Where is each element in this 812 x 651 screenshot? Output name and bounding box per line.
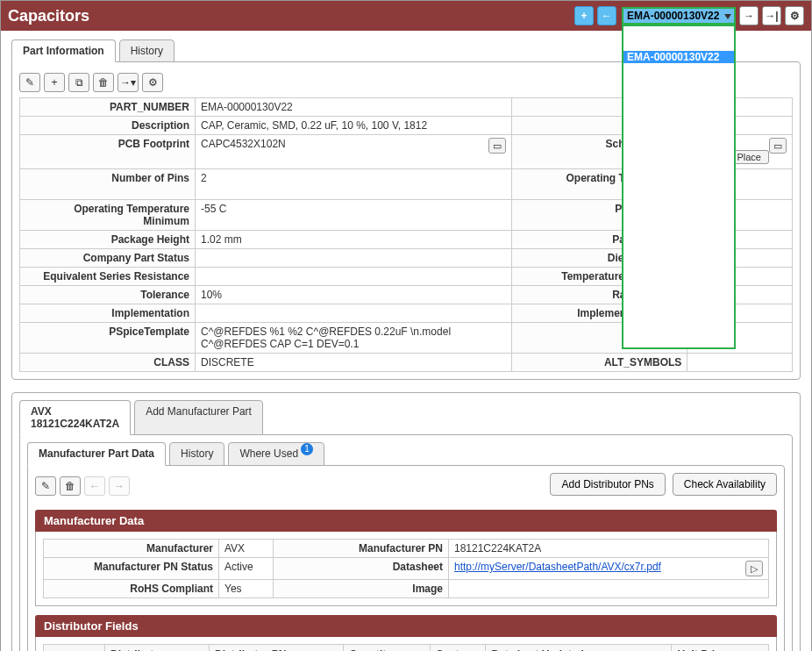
part-selector-option[interactable]: EMA-00000399V22 (623, 346, 734, 349)
part-selector-option[interactable]: EMA-00000137V22 (623, 75, 734, 88)
field-label: PART_NUMBER (20, 98, 196, 117)
part-selector-option[interactable]: EMA-00000377V22 (623, 149, 734, 161)
field-value: CAP, Ceramic, SMD, 0.22 uF, 10 %, 100 V,… (196, 117, 512, 135)
part-selector-option[interactable]: EMA-00000385V22 (623, 223, 734, 235)
export-button[interactable]: →▾ (118, 73, 139, 92)
field-value: Active (219, 558, 274, 580)
open-icon[interactable]: ▷ (745, 561, 763, 576)
part-selector-option[interactable]: EMA-00000375V22 (623, 125, 734, 137)
part-selector-value: EMA-00000130V22 (627, 10, 719, 22)
delete-button[interactable]: 🗑 (93, 73, 114, 92)
part-selector-dropdown[interactable]: EMA-00000124V22EMA-00000128V22EMA-000001… (622, 25, 736, 349)
field-label: ALT_SYMBOLS (512, 354, 687, 372)
part-selector-option[interactable]: EMA-00000135V22 (623, 63, 734, 75)
part-selector-option[interactable]: EMA-00000374V22 (623, 112, 734, 125)
field-value: AVX (219, 540, 274, 558)
field-value: 2 (196, 169, 512, 200)
mfr-edit-button[interactable]: ✎ (35, 476, 56, 496)
field-value: Yes (219, 580, 274, 598)
field-label: Description (20, 117, 196, 135)
field-label: Number of Pins (20, 169, 196, 200)
nav-add-button[interactable]: + (574, 6, 594, 25)
part-selector[interactable]: EMA-00000130V22 (622, 7, 736, 25)
part-selector-option[interactable]: EMA-00000386V22 (623, 235, 734, 247)
nav-settings-button[interactable]: ⚙ (785, 6, 804, 25)
mfr-prev-button: ← (84, 476, 105, 496)
tab-mfr-part-data[interactable]: Manufacturer Part Data (27, 442, 166, 466)
field-value: CAPC4532X102N▭ (196, 135, 512, 169)
part-selector-option[interactable]: EMA-00000384V22 (623, 211, 734, 223)
datasheet-link[interactable]: http://myServer/DatasheetPath/AVX/cx7r.p… (454, 561, 661, 573)
field-value: 18121C224KAT2A (449, 540, 769, 558)
dist-column-header: Distributor (105, 645, 210, 652)
field-label: Equivalent Series Resistance (20, 268, 196, 286)
field-value: -55 C (196, 200, 512, 231)
distributor-fields-header: Distributor Fields (35, 615, 777, 637)
part-selector-option[interactable]: EMA-00000378V22 (623, 161, 734, 174)
mfr-next-button: → (109, 476, 130, 496)
add-distributor-pns-button[interactable]: Add Distributor PNs (550, 473, 665, 496)
edit-button[interactable]: ✎ (19, 73, 40, 92)
browse-icon[interactable]: ▭ (769, 138, 787, 154)
add-button[interactable]: + (44, 73, 65, 92)
field-label: Company Part Status (20, 249, 196, 268)
tab-where-used[interactable]: Where Used1 (228, 442, 324, 466)
tab-history[interactable]: History (119, 39, 175, 62)
browse-icon[interactable]: ▭ (488, 138, 506, 154)
manufacturer-data-table: ManufacturerAVXManufacturer PN18121C224K… (43, 539, 769, 598)
part-selector-option[interactable]: EMA-00000376V22 (623, 137, 734, 149)
part-selector-option[interactable]: EMA-00000382V22 (623, 186, 734, 198)
field-value: EMA-00000130V22 (196, 98, 512, 117)
part-selector-option[interactable]: EMA-00000398V22 (623, 333, 734, 346)
part-selector-option[interactable]: EMA-00000381V22 (623, 174, 734, 186)
part-selector-option[interactable]: EMA-00000128V22 (623, 39, 734, 51)
field-value: 10% (196, 286, 512, 304)
tab-mfr-history[interactable]: History (169, 442, 224, 466)
field-value: http://myServer/DatasheetPath/AVX/cx7r.p… (449, 558, 769, 580)
nav-prev-blue-button[interactable]: ← (597, 6, 616, 25)
part-selector-option[interactable]: EMA-00000389V22 (623, 272, 734, 284)
field-value: DISCRETE (196, 354, 512, 372)
mfr-tab-line1: AVX (31, 405, 119, 418)
field-value (196, 268, 512, 286)
field-value (449, 580, 769, 598)
field-label: PSpiceTemplate (20, 323, 196, 354)
part-selector-option[interactable]: EMA-00000388V22 (623, 260, 734, 272)
dist-column-header: Distributor PN (210, 645, 344, 652)
nav-last-button[interactable]: →| (762, 6, 781, 25)
field-label: RoHS Compliant (44, 580, 219, 598)
part-selector-option[interactable]: EMA-00000383V22 (623, 198, 734, 211)
mfr-tab-line2: 18121C224KAT2A (31, 418, 119, 430)
field-value (687, 354, 793, 372)
field-label: Implementation (20, 304, 196, 323)
part-selector-option[interactable]: EMA-00000392V22 (623, 297, 734, 309)
mfr-delete-button[interactable]: 🗑 (60, 476, 81, 496)
field-label: Package Height (20, 231, 196, 249)
nav-next-button[interactable]: → (739, 6, 759, 25)
field-label: CLASS (20, 354, 196, 372)
dist-column-header: Unit Price (672, 645, 769, 652)
tab-where-used-label: Where Used (239, 447, 298, 460)
check-availability-button[interactable]: Check Availability (673, 473, 777, 496)
field-label: Tolerance (20, 286, 196, 304)
part-selector-option[interactable]: EMA-00000372V22 (623, 100, 734, 112)
dist-column-header: Data Last Updated (486, 645, 672, 652)
field-label: Manufacturer (44, 540, 219, 558)
tab-part-information[interactable]: Part Information (11, 39, 116, 62)
tab-mfr-avx[interactable]: AVX 18121C224KAT2A (19, 400, 131, 435)
where-used-badge: 1 (301, 443, 313, 455)
dist-column-header (44, 645, 105, 652)
part-selector-option[interactable]: EMA-00000150V22 (623, 88, 734, 100)
part-selector-option[interactable]: EMA-00000396V22 (623, 321, 734, 333)
part-selector-option[interactable]: EMA-00000124V22 (623, 26, 734, 39)
settings-button[interactable]: ⚙ (142, 73, 163, 92)
field-label: Manufacturer PN (274, 540, 449, 558)
part-selector-option[interactable]: EMA-00000394V22 (623, 309, 734, 321)
field-value: 1.02 mm (196, 231, 512, 249)
tab-add-mfr[interactable]: Add Manufacturer Part (134, 400, 263, 435)
part-selector-option[interactable]: EMA-00000390V22 (623, 284, 734, 297)
part-selector-option[interactable]: EMA-00000387V22 (623, 247, 734, 260)
part-selector-option[interactable]: EMA-00000130V22 (623, 51, 734, 63)
field-label: PCB Footprint (20, 135, 196, 169)
copy-button[interactable]: ⧉ (68, 73, 89, 92)
